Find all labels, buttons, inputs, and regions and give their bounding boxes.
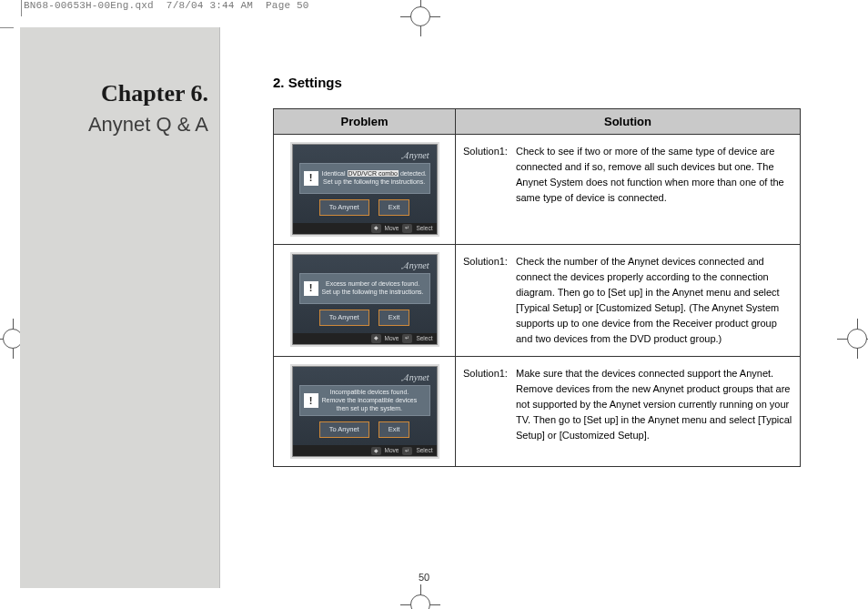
header-filename: BN68-00653H-00Eng.qxd <box>24 0 154 11</box>
page-root: BN68-00653H-00Eng.qxd 7/8/04 3:44 AM Pag… <box>0 0 868 609</box>
alert-icon: ! <box>304 393 318 408</box>
solution-text: Make sure that the devices connected sup… <box>516 366 792 443</box>
to-anynet-button: To Anynet <box>319 310 369 326</box>
qa-table: Problem Solution nynet ! Identical <box>273 108 801 467</box>
problem-screenshot: nynet ! Identical DVD/VCR combo detected… <box>292 144 438 235</box>
registration-mark-icon <box>400 0 440 36</box>
anynet-logo-icon: nynet <box>401 259 429 273</box>
enter-icon: ↵ <box>402 334 412 342</box>
table-row: nynet ! Identical DVD/VCR combo detected… <box>274 135 801 245</box>
chapter-number: Chapter 6. <box>101 80 208 107</box>
solution-text: Check the number of the Anynet devices c… <box>516 254 792 347</box>
enter-icon: ↵ <box>402 447 412 455</box>
exit-button: Exit <box>378 421 410 438</box>
dialog-message: Identical DVD/VCR combo detected. Set up… <box>322 170 427 187</box>
content-area: 2. Settings Problem Solution nynet ! <box>273 75 830 467</box>
alert-icon: ! <box>304 171 318 186</box>
dpad-icon: ◆ <box>371 224 381 232</box>
crop-mark-icon <box>21 0 22 16</box>
prepress-header: BN68-00653H-00Eng.qxd 7/8/04 3:44 AM Pag… <box>24 0 309 11</box>
registration-mark-icon <box>837 319 868 359</box>
dpad-icon: ◆ <box>371 334 381 342</box>
exit-button: Exit <box>378 310 410 326</box>
col-header-problem: Problem <box>274 109 456 135</box>
solution-text: Check to see if two or more of the same … <box>516 144 792 206</box>
sidebar: Chapter 6. Anynet Q & A <box>20 27 220 588</box>
section-title: 2. Settings <box>273 75 830 90</box>
dialog-message: Incompatible devices found. Remove the i… <box>322 389 418 412</box>
footer-move-label: Move <box>385 446 399 455</box>
footer-select-label: Select <box>416 446 432 455</box>
to-anynet-button: To Anynet <box>319 421 369 438</box>
solution-label: Solution1: <box>463 144 516 206</box>
page-number: 50 <box>419 572 429 583</box>
header-pagelabel: Page 50 <box>266 0 309 11</box>
registration-mark-icon <box>400 584 440 609</box>
enter-icon: ↵ <box>402 224 412 232</box>
exit-button: Exit <box>378 199 410 216</box>
footer-move-label: Move <box>385 224 399 233</box>
alert-icon: ! <box>304 281 318 296</box>
footer-select-label: Select <box>416 224 432 233</box>
dialog-message: Excess number of devices found. Set up t… <box>322 280 424 297</box>
col-header-solution: Solution <box>456 109 801 135</box>
problem-screenshot: nynet ! Excess number of devices found. … <box>292 254 438 345</box>
footer-select-label: Select <box>416 334 432 343</box>
table-row: nynet ! Incompatible devices found. Remo… <box>274 357 801 467</box>
solution-label: Solution1: <box>463 366 516 443</box>
dpad-icon: ◆ <box>371 447 381 455</box>
chapter-subtitle: Anynet Q & A <box>88 113 208 137</box>
crop-mark-icon <box>0 27 14 28</box>
anynet-logo-icon: nynet <box>401 148 429 163</box>
solution-label: Solution1: <box>463 254 516 347</box>
anynet-logo-icon: nynet <box>401 370 429 385</box>
header-datetime: 7/8/04 3:44 AM <box>167 0 253 11</box>
table-row: nynet ! Excess number of devices found. … <box>274 245 801 357</box>
problem-screenshot: nynet ! Incompatible devices found. Remo… <box>292 366 438 457</box>
to-anynet-button: To Anynet <box>319 199 369 216</box>
footer-move-label: Move <box>385 334 399 343</box>
